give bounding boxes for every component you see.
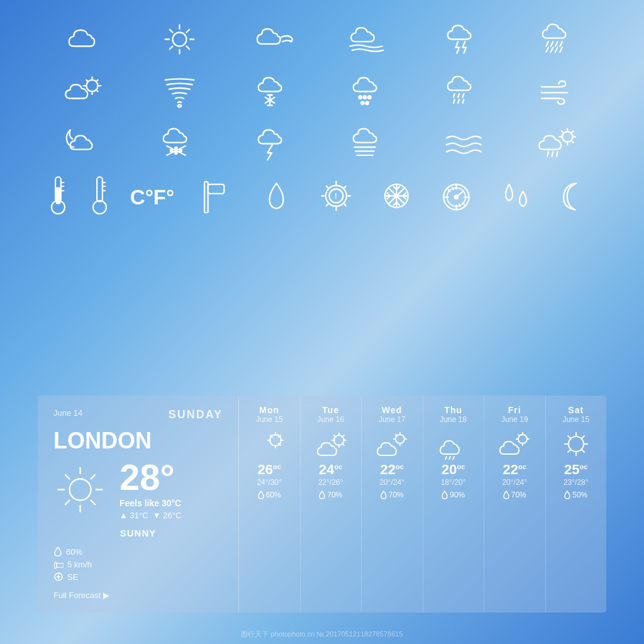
- forecast-range-5: 23°/28°: [551, 478, 602, 487]
- forecast-humidity-2: 70%: [367, 491, 418, 499]
- svg-line-124: [65, 475, 70, 479]
- svg-line-7: [187, 30, 190, 33]
- svg-line-65: [571, 131, 574, 133]
- forecast-date-5: June 15: [551, 415, 602, 424]
- forecast-humidity-1: 70%: [306, 491, 357, 499]
- celsius-fahrenheit-icon: C°F°: [125, 175, 181, 216]
- icon-row-2: [38, 71, 606, 112]
- forecast-humidity-4: 70%: [489, 491, 540, 499]
- svg-line-67: [552, 152, 553, 156]
- svg-line-28: [86, 80, 88, 82]
- forecast-icon-1: [315, 431, 347, 457]
- wind-dir-row: SE: [53, 572, 223, 582]
- current-weather-panel: June 14 SUNDAY LONDON 28°: [38, 396, 239, 613]
- svg-line-172: [568, 450, 570, 452]
- forecast-day-name-2: Wed: [367, 405, 418, 415]
- svg-point-51: [170, 150, 173, 152]
- cloud-heavy-rain-icon: [534, 19, 584, 60]
- svg-line-44: [463, 94, 464, 97]
- humidity-row: 60%: [53, 546, 223, 557]
- svg-line-11: [457, 47, 460, 53]
- forecast-range-2: 20°/24°: [367, 478, 418, 487]
- forecast-day-3: Thu June 18 20oc 18°/20° 90%: [423, 396, 485, 613]
- svg-line-12: [463, 42, 465, 47]
- svg-line-46: [458, 99, 460, 103]
- forecast-temp-3: 20oc: [428, 462, 479, 478]
- watermark: 图行天下 photophoto.cn №.2017051211827857861…: [241, 630, 402, 639]
- svg-point-39: [368, 96, 371, 99]
- svg-line-9: [456, 42, 458, 47]
- svg-line-16: [551, 42, 553, 46]
- svg-line-170: [582, 450, 584, 452]
- forecast-range-0: 24°/30°: [244, 478, 295, 487]
- snowflake-icon: [371, 175, 421, 216]
- svg-point-54: [180, 150, 182, 152]
- svg-line-22: [560, 47, 562, 52]
- wind-row: 5 km/h: [53, 560, 223, 569]
- thermometer-icon: [43, 175, 74, 216]
- forecast-temp-5: 25oc: [551, 462, 602, 478]
- tornado-icon: [155, 71, 205, 112]
- snow-cloud-icon: [250, 71, 300, 112]
- svg-line-126: [91, 475, 96, 479]
- temp-block: 28° Feels like 30°C ▲ 31°C ▼ 26°C: [119, 459, 223, 523]
- feels-like: Feels like 30°C: [119, 498, 223, 508]
- current-day: SUNDAY: [169, 408, 223, 421]
- svg-line-113: [452, 188, 453, 190]
- weather-details: 60% 5 km/h SE: [53, 546, 223, 582]
- weather-widget: June 14 SUNDAY LONDON 28°: [38, 396, 606, 613]
- current-sun-icon: [53, 463, 107, 519]
- forecast-day-name-5: Sat: [551, 405, 602, 415]
- uv-index-icon: !: [311, 175, 362, 216]
- svg-rect-129: [57, 563, 64, 567]
- forecast-date-4: June 19: [489, 415, 540, 424]
- svg-line-127: [65, 501, 70, 505]
- forecast-humidity-3: 90%: [428, 491, 479, 499]
- city-name: LONDON: [53, 428, 223, 454]
- svg-point-119: [70, 479, 91, 501]
- rain-drops-icon: [491, 175, 541, 216]
- fog-waves-icon: [439, 123, 489, 164]
- svg-line-155: [445, 457, 447, 460]
- svg-point-53: [175, 152, 178, 154]
- thermometer-fill-icon: [84, 175, 115, 216]
- forecast-day-4: Fri June 19 22oc 20°/24° 70%: [484, 396, 546, 613]
- sun-icon: [155, 19, 205, 60]
- svg-point-52: [175, 147, 178, 150]
- forecast-date-1: June 16: [306, 415, 357, 424]
- forecast-range-4: 20°/24°: [489, 478, 540, 487]
- forecast-link[interactable]: Full Forecast ▶: [53, 591, 223, 600]
- svg-line-18: [560, 42, 562, 46]
- svg-line-45: [453, 99, 455, 103]
- svg-rect-71: [57, 187, 60, 203]
- svg-text:!: !: [335, 191, 337, 201]
- current-date: June 14: [53, 408, 82, 421]
- svg-point-40: [361, 102, 364, 105]
- svg-line-64: [571, 140, 574, 143]
- forecast-day-1: Tue June 16 24oc 22°/26° 70: [301, 396, 362, 613]
- svg-point-41: [365, 102, 369, 105]
- forecast-icon-4: [499, 431, 530, 457]
- svg-rect-75: [97, 177, 103, 201]
- svg-line-91: [344, 186, 347, 189]
- svg-line-154: [396, 435, 397, 436]
- svg-line-163: [518, 435, 519, 436]
- cloud-snow-wind-icon: [155, 123, 205, 164]
- forecast-days: Mon June 15 26oc 24°/30° 60%: [239, 396, 606, 613]
- svg-line-15: [546, 42, 548, 46]
- wind-flag-icon: [191, 175, 242, 216]
- forecast-day-name-4: Fri: [489, 405, 540, 415]
- forecast-range-1: 22°/26°: [306, 478, 357, 487]
- icons-section: C°F°: [0, 0, 644, 234]
- svg-line-169: [568, 436, 570, 438]
- weather-condition: SUNNY: [53, 528, 223, 538]
- icon-row-1: [38, 19, 606, 60]
- svg-line-5: [170, 30, 173, 33]
- forecast-day-name-0: Mon: [244, 405, 295, 415]
- svg-line-17: [555, 42, 558, 46]
- barometer-icon: [431, 175, 481, 216]
- forecast-day-name-1: Tue: [306, 405, 357, 415]
- svg-line-90: [344, 203, 347, 206]
- main-weather-info: 28° Feels like 30°C ▲ 31°C ▼ 26°C: [53, 459, 223, 523]
- forecast-temp-2: 22oc: [367, 462, 418, 478]
